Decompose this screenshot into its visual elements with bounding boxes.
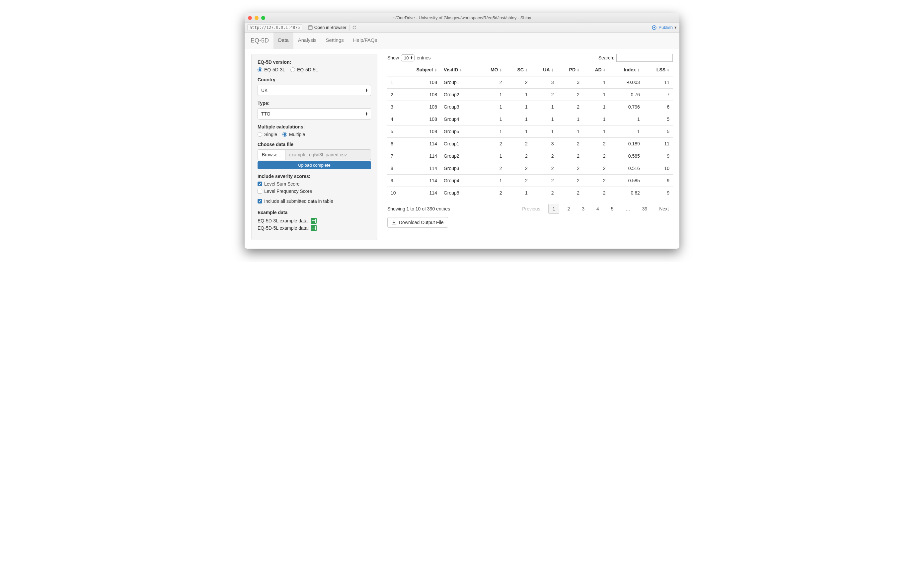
table-cell: 0.796 bbox=[609, 101, 643, 113]
table-cell: 5 bbox=[643, 126, 673, 138]
include-all-checkbox[interactable]: Include all submitted data in table bbox=[258, 198, 371, 204]
browse-button[interactable]: Browse... bbox=[258, 149, 285, 160]
tab-analysis[interactable]: Analysis bbox=[293, 33, 321, 49]
table-cell: 9 bbox=[643, 150, 673, 162]
download-label: Download Output File bbox=[399, 220, 444, 225]
table-cell: 1 bbox=[478, 88, 505, 101]
column-header[interactable]: VisitID▲▼ bbox=[440, 64, 478, 76]
maximize-icon[interactable] bbox=[261, 16, 265, 20]
table-cell: 114 bbox=[399, 175, 440, 187]
table-cell: 108 bbox=[399, 101, 440, 113]
table-row: 8114Group3222220.51610 bbox=[387, 162, 673, 175]
column-header[interactable]: PD▲▼ bbox=[557, 64, 582, 76]
table-info: Showing 1 to 10 of 390 entries bbox=[387, 206, 450, 212]
refresh-button[interactable] bbox=[352, 25, 357, 30]
severity-checkbox-level-frequency-score[interactable]: Level Frequency Score bbox=[258, 189, 371, 194]
select-caret-icon: ▲▼ bbox=[365, 88, 368, 92]
url-field[interactable]: http://127.0.0.1:4875 bbox=[247, 24, 302, 31]
column-header[interactable]: Index▲▼ bbox=[609, 64, 643, 76]
column-header[interactable] bbox=[387, 64, 399, 76]
table-cell: 2 bbox=[583, 175, 609, 187]
table-cell: 6 bbox=[643, 101, 673, 113]
table-cell: 5 bbox=[387, 126, 399, 138]
column-header[interactable]: AD▲▼ bbox=[583, 64, 609, 76]
table-cell: 2 bbox=[557, 101, 582, 113]
column-header[interactable]: MO▲▼ bbox=[478, 64, 505, 76]
version-label: EQ-5D version: bbox=[258, 59, 371, 65]
table-cell: 1 bbox=[557, 126, 582, 138]
tab-settings[interactable]: Settings bbox=[321, 33, 348, 49]
tab-data[interactable]: Data bbox=[273, 33, 293, 49]
table-row: 2108Group2112210.767 bbox=[387, 88, 673, 101]
excel-icon[interactable] bbox=[310, 225, 316, 231]
table-cell: 2 bbox=[531, 175, 557, 187]
table-row: 10114Group5212220.629 bbox=[387, 187, 673, 199]
table-cell: 1 bbox=[531, 101, 557, 113]
tab-help-faqs[interactable]: Help/FAQs bbox=[348, 33, 382, 49]
show-entries-select[interactable]: 10 ▲▼ bbox=[401, 54, 414, 62]
country-value: UK bbox=[261, 88, 267, 93]
radio-label: Single bbox=[264, 132, 277, 137]
pager-page[interactable]: 1 bbox=[548, 204, 560, 214]
table-cell: 1 bbox=[583, 113, 609, 126]
pager-next[interactable]: Next bbox=[655, 204, 673, 213]
table-cell: Group3 bbox=[440, 101, 478, 113]
table-cell: 3 bbox=[557, 76, 582, 88]
minimize-icon[interactable] bbox=[255, 16, 258, 20]
table-cell: 2 bbox=[557, 187, 582, 199]
type-label: Type: bbox=[258, 100, 371, 106]
show-suffix: entries bbox=[417, 55, 430, 60]
severity-checkbox-level-sum-score[interactable]: Level Sum Score bbox=[258, 181, 371, 186]
table-cell: 8 bbox=[387, 162, 399, 175]
sort-icon: ▲▼ bbox=[577, 68, 579, 72]
download-button[interactable]: Download Output File bbox=[387, 217, 448, 228]
show-prefix: Show bbox=[387, 55, 399, 60]
table-cell: 1 bbox=[505, 101, 531, 113]
column-header[interactable]: Subject▲▼ bbox=[399, 64, 440, 76]
table-cell: 2 bbox=[505, 175, 531, 187]
table-cell: 0.62 bbox=[609, 187, 643, 199]
pager-page[interactable]: 2 bbox=[563, 204, 574, 213]
include-all-label: Include all submitted data in table bbox=[264, 198, 333, 204]
pager-page[interactable]: … bbox=[622, 204, 634, 213]
sort-icon: ▲▼ bbox=[435, 68, 437, 72]
table-cell: 1 bbox=[609, 113, 643, 126]
table-cell: 1 bbox=[583, 88, 609, 101]
excel-icon[interactable] bbox=[310, 218, 316, 224]
open-in-browser-button[interactable]: Open in Browser bbox=[308, 25, 346, 30]
table-cell: 7 bbox=[387, 150, 399, 162]
table-cell: 2 bbox=[505, 76, 531, 88]
pager-page[interactable]: 3 bbox=[578, 204, 588, 213]
multiple-radio-single[interactable]: Single bbox=[258, 132, 277, 137]
column-header[interactable]: UA▲▼ bbox=[531, 64, 557, 76]
table-cell: 108 bbox=[399, 76, 440, 88]
pager-page[interactable]: 39 bbox=[638, 204, 651, 213]
version-radio-eq-5d-3l[interactable]: EQ-5D-3L bbox=[258, 67, 285, 72]
table-cell: 2 bbox=[478, 187, 505, 199]
table-cell: 2 bbox=[557, 88, 582, 101]
search-input[interactable] bbox=[616, 54, 673, 62]
table-cell: 2 bbox=[531, 162, 557, 175]
sort-icon: ▲▼ bbox=[525, 68, 528, 72]
close-icon[interactable] bbox=[248, 16, 252, 20]
column-header[interactable]: LSS▲▼ bbox=[643, 64, 673, 76]
table-cell: 3 bbox=[531, 76, 557, 88]
country-select[interactable]: UK ▲▼ bbox=[258, 85, 371, 96]
pager-page[interactable]: 5 bbox=[607, 204, 618, 213]
main-panel: Show 10 ▲▼ entries Search: Subject▲▼Visi… bbox=[387, 54, 673, 228]
search-box: Search: bbox=[598, 54, 673, 62]
table-cell: 1 bbox=[478, 113, 505, 126]
table-cell: 2 bbox=[557, 175, 582, 187]
publish-button[interactable]: Publish ▾ bbox=[651, 25, 677, 30]
example-5l-label: EQ-5D-5L example data: bbox=[258, 225, 309, 231]
multiple-radio-multiple[interactable]: Multiple bbox=[282, 132, 305, 137]
column-header[interactable]: SC▲▼ bbox=[505, 64, 531, 76]
table-cell: 3 bbox=[531, 138, 557, 150]
table-cell: Group5 bbox=[440, 126, 478, 138]
table-cell: 114 bbox=[399, 162, 440, 175]
version-radio-eq-5d-5l[interactable]: EQ-5D-5L bbox=[290, 67, 318, 72]
pager-page[interactable]: 4 bbox=[592, 204, 603, 213]
table-cell: 10 bbox=[387, 187, 399, 199]
type-select[interactable]: TTO ▲▼ bbox=[258, 108, 371, 120]
table-cell: 2 bbox=[531, 150, 557, 162]
